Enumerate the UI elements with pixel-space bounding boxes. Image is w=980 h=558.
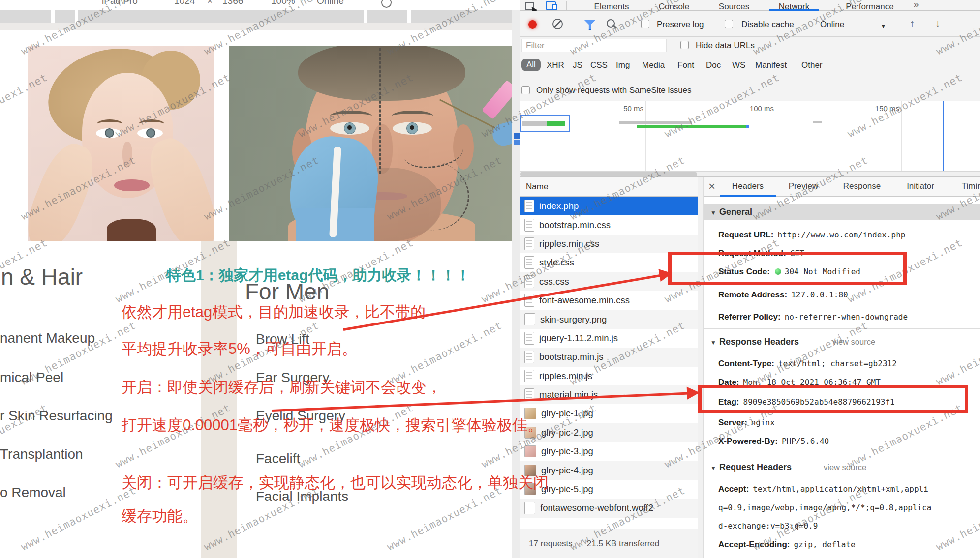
header-row: Request Method:GET: [718, 248, 979, 260]
import-har-icon[interactable]: ↑: [910, 18, 915, 29]
hide-data-urls-label: Hide data URLs: [696, 40, 755, 52]
tab-label: Network: [779, 2, 809, 11]
request-name: fontawesome-webfont.woff2: [540, 502, 653, 513]
request-list-scrollbar[interactable]: [698, 177, 704, 558]
header-name: Date:: [718, 378, 739, 387]
type-filter-all[interactable]: All: [521, 59, 541, 71]
header-name: Accept:: [718, 484, 749, 494]
request-row[interactable]: bootstrap.min.css: [520, 215, 698, 234]
hide-data-urls-checkbox[interactable]: [680, 41, 689, 49]
throttling-select[interactable]: Online: [820, 19, 844, 30]
timeline-bar: [746, 125, 749, 128]
request-row[interactable]: index.php: [520, 197, 698, 215]
filter-input[interactable]: [521, 39, 667, 52]
header-value: PHP/5.6.40: [782, 437, 829, 446]
inspect-element-icon[interactable]: [525, 2, 534, 10]
type-filter-manifest[interactable]: Manifest: [755, 60, 787, 70]
request-row[interactable]: skin-surgery.png: [520, 310, 698, 328]
type-filter-css[interactable]: CSS: [590, 60, 608, 70]
filter-icon[interactable]: [584, 20, 596, 30]
request-name: ripples.min.css: [539, 238, 599, 249]
clear-icon[interactable]: [552, 19, 563, 29]
details-tab-response[interactable]: Response: [832, 177, 891, 197]
type-filter-ws[interactable]: WS: [732, 60, 745, 70]
menu-item-facelift[interactable]: Facelift: [256, 451, 300, 467]
view-source-link[interactable]: view source: [832, 336, 875, 348]
export-har-icon[interactable]: ↓: [935, 18, 940, 29]
header-name: Request Method:: [718, 249, 786, 258]
request-row[interactable]: ripples.min.js: [520, 367, 698, 385]
record-button[interactable]: [528, 20, 537, 29]
annotation-line: 打开速度0.00001毫秒，秒开，速度极快，搜索引擎体验极佳。: [122, 415, 543, 435]
header-value: gzip, deflate: [794, 540, 855, 549]
details-tab-initiator[interactable]: Initiator: [895, 177, 946, 197]
timeline-selection[interactable]: [520, 115, 570, 132]
header-value: q=0.9,image/webp,image/apng,*/*;q=0.8,ap…: [718, 503, 931, 512]
sidebar-item-mical-peel[interactable]: mical Peel: [0, 370, 63, 385]
section-title: Response Headers: [719, 337, 799, 347]
sidebar-item-r-skin-resurfacing[interactable]: r Skin Resurfacing: [0, 408, 113, 424]
header-value: nginx: [751, 418, 775, 427]
device-width-field[interactable]: 1024: [174, 0, 195, 6]
header-name: Request URL:: [718, 230, 773, 239]
request-row[interactable]: ripples.min.css: [520, 235, 698, 253]
type-filter-img[interactable]: Img: [616, 60, 630, 70]
type-filter-doc[interactable]: Doc: [706, 60, 721, 70]
type-filter-xhr[interactable]: XHR: [547, 60, 564, 70]
samesite-checkbox[interactable]: [521, 86, 530, 94]
request-row[interactable]: material.min.js: [520, 385, 698, 404]
timeline-overview[interactable]: 50 ms100 ms150 ms: [520, 101, 980, 171]
network-toolbar: Preserve log Disable cache Online ▼ ↑ ↓: [520, 11, 980, 37]
timeline-bar: [813, 121, 822, 123]
section-header[interactable]: ▼Response Headers: [704, 336, 799, 349]
tab-console[interactable]: Console: [649, 0, 699, 11]
type-filter-font[interactable]: Font: [677, 60, 694, 70]
throttling-caret-icon[interactable]: ▼: [881, 20, 886, 32]
request-row[interactable]: bootstrap.min.js: [520, 348, 698, 366]
type-filter-js[interactable]: JS: [573, 60, 582, 70]
request-row[interactable]: glry-pic-1.jpg: [520, 404, 698, 423]
document-file-icon: [524, 275, 534, 288]
request-name: index.php: [539, 201, 579, 211]
details-tab-preview[interactable]: Preview: [777, 177, 829, 197]
request-row[interactable]: style.css: [520, 253, 698, 272]
more-tabs-icon[interactable]: »: [914, 0, 919, 10]
request-row[interactable]: jquery-1.11.2.min.js: [520, 329, 698, 348]
details-tab-headers[interactable]: Headers: [720, 177, 776, 197]
tab-label: Elements: [594, 2, 629, 11]
timeline-scrollbar[interactable]: [520, 171, 980, 177]
header-value: 8909e3850569b52ab54e8879662193f1: [743, 397, 895, 407]
request-row[interactable]: glry-pic-2.jpg: [520, 423, 698, 442]
disable-cache-checkbox[interactable]: [725, 20, 733, 28]
header-name: Status Code:: [718, 267, 770, 276]
tab-sources[interactable]: Sources: [709, 0, 759, 11]
column-divider-strip: [201, 241, 237, 558]
details-tab-timing[interactable]: Timing: [952, 177, 980, 197]
disable-cache-label: Disable cache: [741, 19, 794, 30]
tab-elements[interactable]: Elements: [587, 0, 636, 11]
type-filter-media[interactable]: Media: [642, 60, 665, 70]
request-row[interactable]: font-awesome.min.css: [520, 291, 698, 310]
request-row[interactable]: css.css: [520, 272, 698, 291]
preserve-log-checkbox[interactable]: [641, 20, 649, 28]
device-toolbar-icon[interactable]: [546, 1, 556, 10]
header-name: X-Powered-By:: [718, 437, 778, 446]
sidebar-item-transplantion[interactable]: Transplantion: [0, 446, 83, 462]
sidebar-item-o-removal[interactable]: o Removal: [0, 485, 66, 500]
close-icon[interactable]: ×: [708, 179, 715, 193]
search-icon[interactable]: [607, 19, 615, 28]
type-filter-other[interactable]: Other: [801, 60, 823, 70]
device-height-field[interactable]: 1366: [222, 0, 243, 6]
request-name: glry-pic-1.jpg: [541, 408, 593, 419]
section-header[interactable]: ▼Request Headers: [704, 461, 792, 474]
sidebar-item-nanent-makeup[interactable]: nanent Makeup: [0, 330, 95, 346]
view-source-link[interactable]: view source: [824, 461, 866, 473]
document-file-icon: [524, 219, 534, 232]
tab-performance[interactable]: Performance: [833, 0, 907, 11]
request-row[interactable]: glry-pic-3.jpg: [520, 442, 698, 461]
syringe: [482, 80, 512, 120]
tab-network[interactable]: Network: [769, 0, 819, 11]
request-row[interactable]: fontawesome-webfont.woff2: [520, 499, 698, 517]
section-header-general[interactable]: ▼General: [704, 204, 980, 220]
name-column-header[interactable]: Name: [520, 177, 698, 197]
